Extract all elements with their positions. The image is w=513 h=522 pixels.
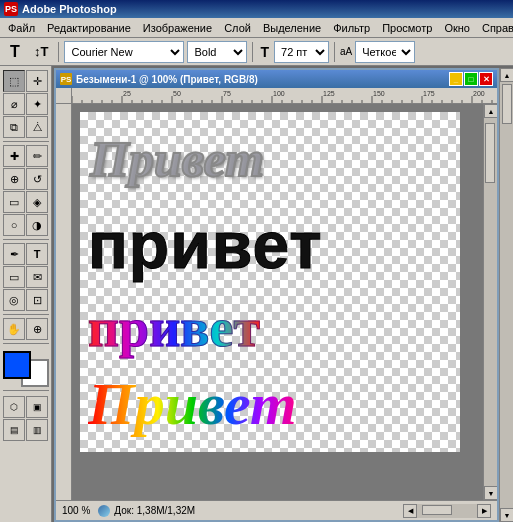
canvas-checkerboard: Привет привет привет Привет [80,112,460,452]
ruler-corner [56,88,72,104]
scroll-thumb-v[interactable] [485,123,495,183]
tool-brush[interactable]: ✏ [26,145,48,167]
tool-imageready[interactable]: ▤ [3,419,25,441]
text-layer-4: Привет [88,370,297,439]
minimize-btn[interactable]: _ [449,72,463,86]
tool-fill[interactable]: ◈ [26,191,48,213]
tool-lasso[interactable]: ⌀ [3,93,25,115]
extra-tools: ⬡ ▣ [3,396,48,418]
close-btn[interactable]: ✕ [479,72,493,86]
app-scroll-track [500,82,513,508]
font-size-select[interactable]: 72 пт 48 пт 36 пт [274,41,329,63]
tool-heal[interactable]: ✚ [3,145,25,167]
tool-blur[interactable]: ○ [3,214,25,236]
menu-filter[interactable]: Фильтр [327,20,376,36]
tool-hand[interactable]: ✋ [3,318,25,340]
svg-text:200: 200 [473,90,485,97]
font-aa-select[interactable]: Четкое Плавное Резкое [355,41,415,63]
svg-text:50: 50 [173,90,181,97]
tool-zoom[interactable]: ⊕ [26,318,48,340]
text-orientation-btn[interactable]: ↕T [29,41,53,63]
menu-image[interactable]: Изображение [137,20,218,36]
scroll-left-btn[interactable]: ◀ [403,504,417,518]
tool-row-6: ▭ ◈ [3,191,48,213]
tool-extra2[interactable]: ▥ [26,419,48,441]
tool-screen-mode[interactable]: ▣ [26,396,48,418]
menu-edit[interactable]: Редактирование [41,20,137,36]
tool-text[interactable]: T [26,243,48,265]
menu-file[interactable]: Файл [2,20,41,36]
font-style-select[interactable]: Bold Regular Italic [187,41,247,63]
tool-eraser[interactable]: ▭ [3,191,25,213]
menu-select[interactable]: Выделение [257,20,327,36]
tool-row-9: ▭ ✉ [3,266,48,288]
doc-status-bar: 100 % Док: 1,38М/1,32М ◀ ▶ [56,500,497,520]
tool-sep-3 [3,314,49,315]
tool-notes[interactable]: ✉ [26,266,48,288]
tool-row-7: ○ ◑ [3,214,48,236]
canvas-viewport[interactable]: Привет привет привет Привет [72,104,483,500]
tool-row-4: ✚ ✏ [3,145,48,167]
tool-measure[interactable]: ⊡ [26,289,48,311]
menu-view[interactable]: Просмотр [376,20,438,36]
text-layer-3: привет [88,297,260,359]
menu-bar: Файл Редактирование Изображение Слой Выд… [0,18,513,38]
tool-row-extra: ▤ ▥ [3,419,48,441]
font-name-select[interactable]: Courier New Arial [64,41,184,63]
app-scroll-up[interactable]: ▲ [500,68,513,82]
doc-icon: PS [60,73,72,85]
menu-window[interactable]: Окно [438,20,476,36]
tool-row-3: ⧉ ⧊ [3,116,48,138]
menu-help[interactable]: Справк... [476,20,513,36]
tool-sep-1 [3,141,49,142]
doc-title-bar: PS Безымени-1 @ 100% (Привет, RGB/8) _ □… [56,70,497,88]
scrollbar-vertical: ▲ ▼ [483,104,497,500]
app-scroll-thumb[interactable] [502,84,512,124]
tool-crop[interactable]: ⧉ [3,116,25,138]
main-area: ⬚ ✛ ⌀ ✦ ⧉ ⧊ ✚ ✏ ⊕ ↺ ▭ ◈ ○ ◑ ✒ [0,66,513,522]
svg-text:175: 175 [423,90,435,97]
zoom-level: 100 % [62,505,90,516]
foreground-color-swatch[interactable] [3,351,31,379]
doc-main-row: Привет привет привет Привет [56,104,497,500]
app-icon: PS [4,2,18,16]
doc-status: Док: 1,38М/1,32М [114,505,195,516]
svg-text:125: 125 [323,90,335,97]
tool-row-1: ⬚ ✛ [3,70,48,92]
text-tool-btn[interactable]: T [4,41,26,63]
tool-eyedropper[interactable]: ◎ [3,289,25,311]
ruler-row: 255075100125150175200 [56,88,497,104]
scroll-thumb-h[interactable] [422,505,452,515]
tool-sep-5 [3,390,49,391]
tool-marquee[interactable]: ⬚ [3,70,25,92]
svg-text:25: 25 [123,90,131,97]
svg-text:150: 150 [373,90,385,97]
tool-row-2: ⌀ ✦ [3,93,48,115]
tool-move[interactable]: ✛ [26,70,48,92]
maximize-btn[interactable]: □ [464,72,478,86]
tool-sep-2 [3,239,49,240]
tool-history-brush[interactable]: ↺ [26,168,48,190]
scroll-right-btn[interactable]: ▶ [477,504,491,518]
app-scroll-down[interactable]: ▼ [500,508,513,522]
scroll-down-btn[interactable]: ▼ [484,486,497,500]
aa-label: аА [340,46,352,57]
font-size-icon: T [258,44,271,60]
tool-slice[interactable]: ⧊ [26,116,48,138]
tool-row-10: ◎ ⊡ [3,289,48,311]
app-title: Adobe Photoshop [22,3,509,15]
tool-dodge[interactable]: ◑ [26,214,48,236]
tool-magic-wand[interactable]: ✦ [26,93,48,115]
scroll-track-v [484,118,497,486]
tool-clone[interactable]: ⊕ [3,168,25,190]
text-layer-2: привет [88,207,323,283]
title-bar: PS Adobe Photoshop [0,0,513,18]
toolbox: ⬚ ✛ ⌀ ✦ ⧉ ⧊ ✚ ✏ ⊕ ↺ ▭ ◈ ○ ◑ ✒ [0,66,52,522]
tool-pen[interactable]: ✒ [3,243,25,265]
tool-shape[interactable]: ▭ [3,266,25,288]
scroll-up-btn[interactable]: ▲ [484,104,497,118]
menu-layer[interactable]: Слой [218,20,257,36]
canvas-area: PS Безымени-1 @ 100% (Привет, RGB/8) _ □… [52,66,513,522]
tool-quick-mask[interactable]: ⬡ [3,396,25,418]
color-swatch-area [3,351,49,387]
